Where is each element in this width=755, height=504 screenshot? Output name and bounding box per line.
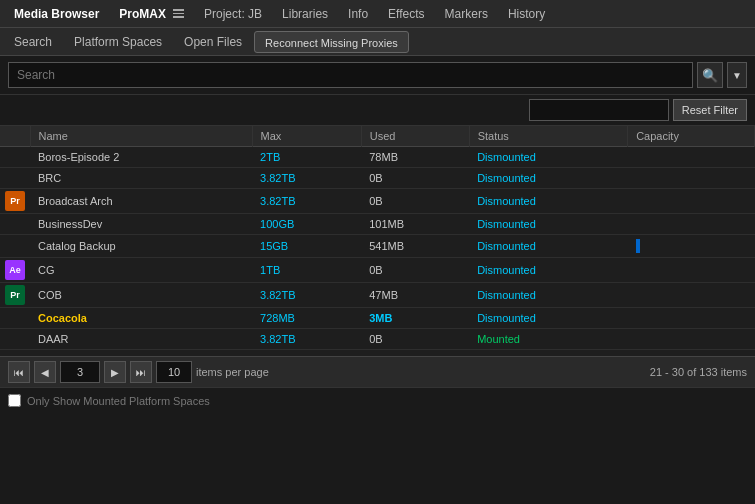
row-capacity	[628, 147, 755, 168]
row-status: Dismounted	[469, 147, 627, 168]
row-used: 0B	[361, 168, 469, 189]
table-row[interactable]: Cocacola728MB3MBDismounted	[0, 308, 755, 329]
table-row[interactable]: Catalog Backup15GB541MBDismounted	[0, 235, 755, 258]
page-number-input[interactable]	[60, 361, 100, 383]
col-used[interactable]: Used	[361, 126, 469, 147]
col-max[interactable]: Max	[252, 126, 361, 147]
nav-promax[interactable]: ProMAX	[109, 0, 194, 28]
bottom-area: Only Show Mounted Platform Spaces	[0, 387, 755, 473]
row-name: Cocacola	[30, 308, 252, 329]
ae-icon: Ae	[5, 260, 25, 280]
row-icon	[0, 329, 30, 350]
first-page-button[interactable]: ⏮	[8, 361, 30, 383]
capacity-bar	[636, 239, 640, 253]
table-row[interactable]: AeCG1TB0BDismounted	[0, 258, 755, 283]
next-page-button[interactable]: ▶	[104, 361, 126, 383]
row-status: Mounted	[469, 329, 627, 350]
table-row[interactable]: PrBroadcast Arch3.82TB0BDismounted	[0, 189, 755, 214]
row-icon: Ae	[0, 258, 30, 283]
search-input[interactable]	[8, 62, 693, 88]
row-max: 3.82TB	[252, 168, 361, 189]
prev-page-button[interactable]: ◀	[34, 361, 56, 383]
search-button[interactable]: 🔍	[697, 62, 723, 88]
nav-media-browser[interactable]: Media Browser	[4, 0, 109, 28]
row-used: 3MB	[361, 308, 469, 329]
row-used: 0B	[361, 189, 469, 214]
empty-area	[8, 407, 747, 467]
tab-platform-spaces[interactable]: Platform Spaces	[64, 30, 172, 54]
nav-info[interactable]: Info	[338, 0, 378, 28]
col-icon	[0, 126, 30, 147]
row-status: Dismounted	[469, 235, 627, 258]
row-icon: Pr	[0, 283, 30, 308]
row-max: 100GB	[252, 214, 361, 235]
row-name: Boros-Episode 2	[30, 147, 252, 168]
search-bar: 🔍 ▼	[0, 56, 755, 95]
row-used: 0B	[361, 329, 469, 350]
green-icon: Pr	[5, 285, 25, 305]
last-page-button[interactable]: ⏭	[130, 361, 152, 383]
first-page-icon: ⏮	[14, 367, 24, 378]
table-row[interactable]: PrCOB3.82TB47MBDismounted	[0, 283, 755, 308]
items-per-page-input[interactable]	[156, 361, 192, 383]
table-row[interactable]: DAAR3.82TB0BMounted	[0, 329, 755, 350]
nav-effects[interactable]: Effects	[378, 0, 434, 28]
row-name: BRC	[30, 168, 252, 189]
pagination-bar: ⏮ ◀ ▶ ⏭ items per page 21 - 30 of 133 it…	[0, 356, 755, 387]
row-capacity	[628, 168, 755, 189]
row-capacity	[628, 283, 755, 308]
filter-input[interactable]	[529, 99, 669, 121]
row-capacity	[628, 235, 755, 258]
search-icon: 🔍	[702, 68, 718, 83]
col-capacity[interactable]: Capacity	[628, 126, 755, 147]
table-header-row: Name Max Used Status Capacity	[0, 126, 755, 147]
tab-open-files[interactable]: Open Files	[174, 30, 252, 54]
row-status: Dismounted	[469, 308, 627, 329]
nav-libraries[interactable]: Libraries	[272, 0, 338, 28]
reconnect-button[interactable]: Reconnect Missing Proxies	[254, 31, 409, 53]
chevron-down-icon: ▼	[732, 70, 742, 81]
row-icon	[0, 308, 30, 329]
row-icon	[0, 168, 30, 189]
row-max: 2TB	[252, 147, 361, 168]
row-used: 47MB	[361, 283, 469, 308]
search-dropdown-button[interactable]: ▼	[727, 62, 747, 88]
row-max: 728MB	[252, 308, 361, 329]
table-row[interactable]: Boros-Episode 22TB78MBDismounted	[0, 147, 755, 168]
row-name: DAAR	[30, 329, 252, 350]
col-name[interactable]: Name	[30, 126, 252, 147]
row-max: 3.82TB	[252, 189, 361, 214]
row-name: Broadcast Arch	[30, 189, 252, 214]
table-row[interactable]: BRC3.82TB0BDismounted	[0, 168, 755, 189]
table-row[interactable]: BusinessDev100GB101MBDismounted	[0, 214, 755, 235]
media-table: Name Max Used Status Capacity Boros-Epis…	[0, 126, 755, 356]
top-nav: Media Browser ProMAX Project: JB Librari…	[0, 0, 755, 28]
last-page-icon: ⏭	[136, 367, 146, 378]
row-status: Dismounted	[469, 168, 627, 189]
reset-filter-button[interactable]: Reset Filter	[673, 99, 747, 121]
row-max: 3.82TB	[252, 329, 361, 350]
row-name: CG	[30, 258, 252, 283]
nav-history[interactable]: History	[498, 0, 555, 28]
next-page-icon: ▶	[111, 367, 119, 378]
row-capacity	[628, 329, 755, 350]
mounted-filter-checkbox[interactable]	[8, 394, 21, 407]
row-max: 1TB	[252, 258, 361, 283]
row-used: 78MB	[361, 147, 469, 168]
row-icon	[0, 214, 30, 235]
row-status: Dismounted	[469, 189, 627, 214]
prev-page-icon: ◀	[41, 367, 49, 378]
tab-search[interactable]: Search	[4, 30, 62, 54]
orange-icon: Pr	[5, 191, 25, 211]
items-per-page-label: items per page	[196, 366, 269, 378]
row-used: 541MB	[361, 235, 469, 258]
row-used: 101MB	[361, 214, 469, 235]
table-container: Name Max Used Status Capacity Boros-Epis…	[0, 126, 755, 356]
col-status[interactable]: Status	[469, 126, 627, 147]
second-nav: Search Platform Spaces Open Files Reconn…	[0, 28, 755, 56]
nav-project[interactable]: Project: JB	[194, 0, 272, 28]
nav-markers[interactable]: Markers	[435, 0, 498, 28]
row-name: Catalog Backup	[30, 235, 252, 258]
row-max: 3.82TB	[252, 283, 361, 308]
mounted-filter-label: Only Show Mounted Platform Spaces	[27, 395, 210, 407]
